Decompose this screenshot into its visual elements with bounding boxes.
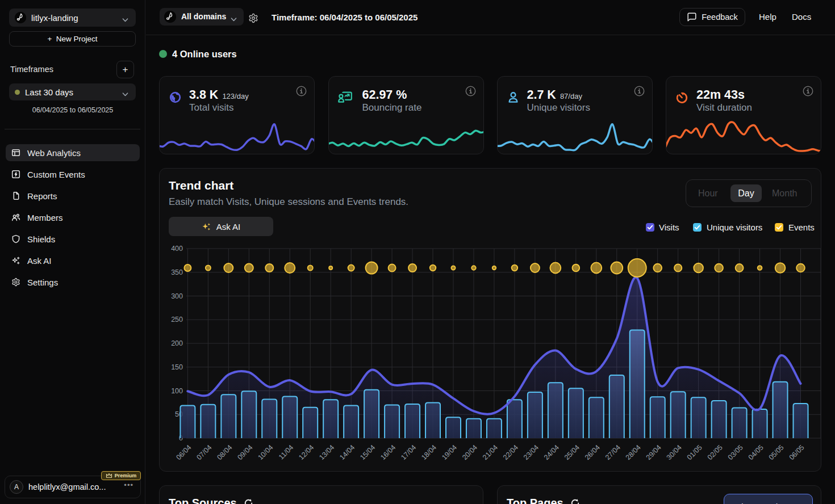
svg-text:09/04: 09/04 (236, 443, 254, 461)
svg-text:23/04: 23/04 (522, 443, 540, 461)
svg-text:06/05: 06/05 (788, 443, 806, 461)
svg-text:06/04: 06/04 (175, 443, 193, 461)
svg-text:18/04: 18/04 (420, 443, 438, 461)
svg-text:400: 400 (171, 245, 183, 253)
svg-text:16/04: 16/04 (379, 443, 397, 461)
svg-text:22/04: 22/04 (502, 443, 520, 461)
svg-text:04/05: 04/05 (747, 443, 765, 461)
svg-text:05/05: 05/05 (767, 443, 786, 461)
svg-text:10/04: 10/04 (256, 443, 274, 461)
svg-text:24/04: 24/04 (542, 443, 561, 461)
svg-text:28/04: 28/04 (624, 443, 642, 461)
svg-text:29/04: 29/04 (645, 443, 663, 461)
svg-text:25/04: 25/04 (563, 443, 581, 461)
svg-text:20/04: 20/04 (461, 443, 479, 461)
svg-text:150: 150 (171, 363, 183, 371)
svg-text:14/04: 14/04 (338, 443, 356, 461)
svg-text:17/04: 17/04 (399, 443, 418, 461)
svg-text:01/05: 01/05 (686, 443, 704, 461)
svg-text:250: 250 (171, 316, 183, 324)
svg-text:100: 100 (171, 387, 183, 395)
svg-text:13/04: 13/04 (318, 443, 336, 461)
svg-text:03/05: 03/05 (727, 443, 745, 461)
svg-text:11/04: 11/04 (277, 443, 295, 461)
svg-text:08/04: 08/04 (215, 443, 233, 461)
svg-text:19/04: 19/04 (440, 443, 458, 461)
svg-text:21/04: 21/04 (481, 443, 499, 461)
svg-text:350: 350 (171, 268, 183, 276)
svg-text:26/04: 26/04 (583, 443, 602, 461)
svg-text:15/04: 15/04 (358, 443, 377, 461)
svg-text:300: 300 (171, 292, 183, 300)
svg-text:12/04: 12/04 (297, 443, 315, 461)
svg-text:07/04: 07/04 (195, 443, 214, 461)
svg-text:02/05: 02/05 (706, 443, 724, 461)
svg-text:30/04: 30/04 (665, 443, 683, 461)
svg-text:27/04: 27/04 (604, 443, 622, 461)
svg-text:200: 200 (171, 339, 183, 347)
